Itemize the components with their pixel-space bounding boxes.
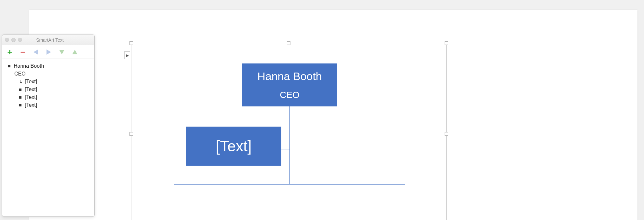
outline-text[interactable]: [Text] [25, 87, 37, 92]
smartart-selection-container[interactable]: ▶ Hanna Booth CEO [Text] [131, 43, 447, 220]
indent-icon: ↳ [19, 79, 23, 84]
outline-item[interactable]: ↳ [Text] [6, 78, 90, 86]
bullet-icon [19, 96, 21, 99]
outline-item[interactable]: Hanna Booth [6, 62, 90, 70]
org-chart-root-node[interactable]: Hanna Booth CEO [242, 63, 337, 106]
resize-handle-middle-right[interactable] [445, 132, 448, 136]
window-minimize-button[interactable] [11, 38, 16, 42]
arrow-right-icon [47, 49, 51, 55]
smartart-text-panel[interactable]: SmartArt Text + − Hanna Booth CEO ↳ [Tex… [2, 34, 95, 217]
arrow-down-icon [59, 50, 64, 54]
org-node-placeholder[interactable]: [Text] [216, 137, 252, 155]
connector-line [174, 184, 405, 185]
resize-handle-top-left[interactable] [129, 41, 133, 45]
promote-button[interactable] [32, 48, 39, 56]
move-up-button[interactable] [71, 48, 78, 56]
outline-text[interactable]: [Text] [25, 102, 37, 108]
org-chart-assistant-node[interactable]: [Text] [186, 127, 281, 166]
outline-text[interactable]: CEO [14, 71, 26, 77]
window-close-button[interactable] [5, 38, 9, 42]
canvas-background: ▶ Hanna Booth CEO [Text] [0, 0, 644, 220]
demote-button[interactable] [45, 48, 52, 56]
outline-text[interactable]: [Text] [25, 79, 37, 85]
outline-text[interactable]: [Text] [25, 94, 37, 100]
bullet-icon [19, 104, 21, 106]
resize-handle-top-right[interactable] [445, 41, 448, 45]
outline-item[interactable]: CEO [6, 70, 90, 78]
arrow-up-icon [72, 50, 77, 54]
outline-item[interactable]: [Text] [6, 86, 90, 93]
bullet-icon [19, 89, 21, 91]
plus-icon: + [7, 48, 12, 56]
outline-text[interactable]: Hanna Booth [14, 63, 44, 69]
connector-line [289, 149, 290, 185]
outline-item[interactable]: [Text] [6, 101, 90, 109]
window-zoom-button[interactable] [18, 38, 22, 42]
arrow-left-icon [34, 49, 38, 55]
text-pane-toggle[interactable]: ▶ [124, 51, 130, 59]
panel-title: SmartArt Text [24, 37, 92, 43]
resize-handle-top-middle[interactable] [287, 41, 290, 45]
minus-icon: − [20, 48, 25, 56]
connector-line [281, 149, 290, 149]
connector-line [289, 106, 290, 149]
org-node-name[interactable]: Hanna Booth [257, 70, 322, 83]
document-page[interactable]: ▶ Hanna Booth CEO [Text] [29, 10, 637, 220]
add-shape-button[interactable]: + [6, 48, 13, 56]
move-down-button[interactable] [58, 48, 65, 56]
outline-editor[interactable]: Hanna Booth CEO ↳ [Text] [Text] [Text] [… [2, 59, 94, 112]
bullet-icon [8, 65, 10, 67]
panel-titlebar[interactable]: SmartArt Text [2, 35, 94, 45]
org-node-title[interactable]: CEO [280, 90, 300, 100]
resize-handle-middle-left[interactable] [129, 132, 133, 136]
outline-item[interactable]: [Text] [6, 93, 90, 101]
remove-shape-button[interactable]: − [19, 48, 26, 56]
panel-toolbar: + − [2, 45, 94, 59]
